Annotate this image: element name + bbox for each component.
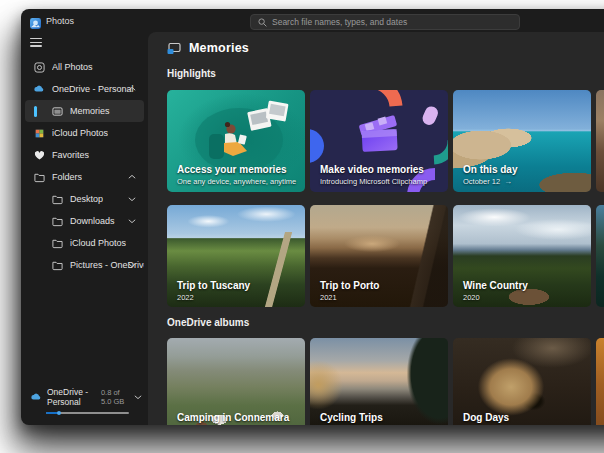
sidebar-item-all-photos[interactable]: All Photos [25, 56, 144, 78]
sidebar-item-favorites[interactable]: Favorites [25, 144, 144, 166]
card-subtitle: October 12→ [463, 177, 585, 186]
search-input[interactable] [272, 17, 512, 27]
sidebar-item-onedrive-personal[interactable]: OneDrive - Personal [25, 78, 144, 100]
sidebar-item-label: Memories [70, 106, 110, 116]
titlebar: Photos [21, 9, 604, 32]
albums-partial-card[interactable]: Fo [596, 338, 604, 425]
card-title: Camping in Connemara [177, 412, 299, 423]
photos-app-logo-icon [30, 15, 41, 26]
albums-section-title: OneDrive albums [167, 317, 604, 330]
search-icon [258, 18, 267, 27]
memories-card-row: Trip to Tuscany 2022 Trip to Porto 2021 … [167, 205, 604, 307]
card-title: Trip to Tuscany [177, 280, 299, 291]
storage-progress-fill [46, 412, 59, 415]
onedrive-cloud-icon [33, 83, 45, 95]
chevron-down-icon[interactable] [128, 262, 136, 268]
sidebar-item-icloud-photos-folder[interactable]: iCloud Photos [25, 232, 144, 254]
card-title: Access your memories [177, 164, 299, 175]
on-this-day-card[interactable]: On this day October 12→ [453, 90, 591, 192]
sidebar-item-pictures-onedrive[interactable]: Pictures - OneDrive Personal [25, 254, 144, 276]
highlights-section-title: Highlights [167, 68, 604, 81]
card-title: Dog Days [463, 412, 585, 423]
sidebar-item-folders[interactable]: Folders [25, 166, 144, 188]
card-subtitle: One any device, anywhere, anytime [177, 177, 299, 186]
main-content: Memories Highlights Access your memories [148, 32, 604, 425]
folder-icon [51, 193, 63, 205]
sidebar-item-label: Desktop [70, 194, 103, 204]
card-year: 2021 [320, 293, 442, 302]
sidebar-item-downloads[interactable]: Downloads [25, 210, 144, 232]
sidebar-nav: All Photos OneDrive - Personal Memories [25, 56, 144, 276]
memories-page-icon [167, 42, 181, 55]
all-photos-icon [33, 61, 45, 73]
card-title: Make video memories [320, 164, 442, 175]
card-year: 2022 [177, 293, 299, 302]
chevron-up-icon[interactable] [128, 174, 136, 180]
app-title: Photos [46, 16, 74, 26]
card-subtitle: Introducing Microsoft Clipchamp [320, 177, 442, 186]
menu-icon[interactable] [30, 38, 42, 47]
camping-in-connemara-album-card[interactable]: Camping in Connemara [167, 338, 305, 425]
sidebar-item-label: Folders [52, 172, 82, 182]
heart-icon [33, 149, 45, 161]
storage-progress-bar [46, 412, 129, 415]
arrow-right-icon: → [504, 177, 512, 186]
search-bar[interactable] [250, 14, 520, 30]
onedrive-cloud-icon [30, 391, 42, 403]
highlights-card-row: Access your memories One any device, any… [167, 90, 604, 192]
page-header: Memories [167, 40, 604, 56]
chevron-down-icon[interactable] [128, 218, 136, 224]
sidebar: All Photos OneDrive - Personal Memories [21, 32, 148, 425]
storage-account-label: OneDrive - Personal [47, 387, 96, 407]
sidebar-item-label: Favorites [52, 150, 89, 160]
trip-to-tuscany-card[interactable]: Trip to Tuscany 2022 [167, 205, 305, 307]
icloud-icon [33, 127, 45, 139]
sidebar-item-label: OneDrive - Personal [52, 84, 134, 94]
highlights-partial-card[interactable]: La Th [596, 90, 604, 192]
chevron-down-icon[interactable] [128, 196, 136, 202]
folder-icon [51, 215, 63, 227]
photos-app-window: Photos All Photos OneDrive - Pers [21, 9, 604, 425]
sidebar-item-label: iCloud Photos [52, 128, 108, 138]
card-title: On this day [463, 164, 585, 175]
sidebar-item-label: All Photos [52, 62, 93, 72]
trip-to-porto-card[interactable]: Trip to Porto 2021 [310, 205, 448, 307]
folder-icon [51, 237, 63, 249]
sidebar-item-desktop[interactable]: Desktop [25, 188, 144, 210]
make-video-memories-card[interactable]: Make video memories Introducing Microsof… [310, 90, 448, 192]
albums-card-row: Camping in Connemara Cycling Trips Dog D… [167, 338, 604, 425]
dog-days-album-card[interactable]: Dog Days [453, 338, 591, 425]
storage-usage-text: 0.8 of 5.0 GB [101, 388, 129, 406]
chevron-up-icon[interactable] [128, 86, 136, 92]
sidebar-item-label: Downloads [70, 216, 115, 226]
card-title: Trip to Porto [320, 280, 442, 291]
card-title: Wine Country [463, 280, 585, 291]
wine-country-card[interactable]: Wine Country 2020 [453, 205, 591, 307]
card-title: Cycling Trips [320, 412, 442, 423]
memories-partial-card[interactable]: Hi 20 [596, 205, 604, 307]
sidebar-item-memories[interactable]: Memories [25, 100, 144, 122]
folder-icon [51, 259, 63, 271]
onedrive-storage-area[interactable]: OneDrive - Personal 0.8 of 5.0 GB [30, 387, 142, 415]
folder-icon [33, 171, 45, 183]
access-memories-card[interactable]: Access your memories One any device, any… [167, 90, 305, 192]
sidebar-item-icloud-photos[interactable]: iCloud Photos [25, 122, 144, 144]
page-title: Memories [189, 41, 249, 55]
card-year: 2020 [463, 293, 585, 302]
chevron-down-icon[interactable] [134, 394, 142, 400]
sidebar-item-label: iCloud Photos [70, 238, 126, 248]
memories-icon [51, 105, 63, 117]
cycling-trips-album-card[interactable]: Cycling Trips [310, 338, 448, 425]
